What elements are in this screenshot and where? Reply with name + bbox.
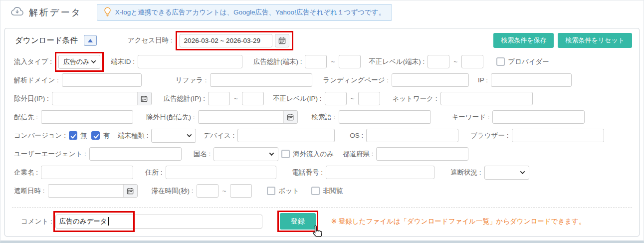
device-label: デバイス : bbox=[203, 131, 234, 140]
fraud-level-terminal-label: 不正レベル(端末) : bbox=[369, 57, 425, 66]
country-label: 国名 : bbox=[194, 150, 211, 159]
analysis-domain-label: 解析ドメイン : bbox=[14, 76, 59, 85]
landing-page-label: ランディングページ : bbox=[323, 76, 389, 85]
prefecture-input[interactable] bbox=[376, 147, 468, 161]
browser-input[interactable] bbox=[512, 129, 604, 142]
block-datetime-calendar-button[interactable] bbox=[123, 185, 137, 197]
terminal-type-select[interactable] bbox=[151, 129, 196, 143]
chevron-down-icon bbox=[520, 169, 525, 174]
save-conditions-button[interactable]: 検索条件を保存 bbox=[493, 33, 554, 48]
cloud-download-icon bbox=[10, 5, 24, 19]
exclude-date-ip-input[interactable] bbox=[52, 92, 152, 105]
phone-input[interactable] bbox=[326, 166, 434, 179]
hand-cursor-icon bbox=[311, 225, 323, 241]
block-datetime-label: 遮断日時 : bbox=[14, 187, 45, 196]
ip-input[interactable] bbox=[491, 73, 572, 87]
conversion-label: コンバージョン : bbox=[14, 131, 66, 140]
analysis-domain-input[interactable] bbox=[62, 73, 142, 87]
exclude-date-ip-calendar-button[interactable] bbox=[137, 92, 151, 105]
delivery-dest-label: 配信先 : bbox=[14, 113, 38, 122]
network-input[interactable] bbox=[440, 92, 533, 105]
os-input[interactable] bbox=[366, 129, 458, 142]
block-status-select[interactable] bbox=[484, 166, 529, 180]
calendar-icon bbox=[278, 37, 286, 44]
conversion-yes-checkbox[interactable] bbox=[91, 131, 100, 140]
user-agent-label: ユーザーエージェント : bbox=[14, 150, 86, 159]
comment-label: コメント : bbox=[21, 217, 52, 226]
triangle-up-icon bbox=[88, 39, 93, 42]
ip-label: IP : bbox=[478, 76, 488, 84]
ad-total-ip-min-input[interactable] bbox=[208, 92, 230, 105]
register-note: ※ 登録したファイルは「ダウンロードファイル一覧」からダウンロードできます。 bbox=[331, 217, 586, 226]
annotation-box-access-date: 2026-03-02 ~ 2026-03-29 bbox=[176, 31, 293, 50]
keyword-input[interactable] bbox=[492, 110, 585, 124]
provider-label: プロバイダー bbox=[508, 57, 549, 66]
range-separator: ~ bbox=[453, 58, 457, 65]
ad-total-ip-max-input[interactable] bbox=[242, 92, 264, 105]
delivery-dest-input[interactable] bbox=[41, 110, 133, 124]
bot-checkbox[interactable] bbox=[267, 187, 275, 195]
analysis-data-page: 解析データ X-logと連携できる広告アカウントは、Google広告、Yahoo… bbox=[0, 0, 644, 243]
company-label: 企業名 : bbox=[14, 168, 38, 177]
exclude-date-delivery-label: 除外日(配信先) : bbox=[146, 113, 195, 122]
range-separator: ~ bbox=[234, 95, 238, 102]
notice-text: X-logと連携できる広告アカウントは、Google広告、Yahoo!広告それぞ… bbox=[115, 8, 385, 17]
address-input[interactable] bbox=[166, 166, 276, 179]
stay-time-min-input[interactable] bbox=[197, 184, 218, 198]
exclude-date-delivery-calendar-button[interactable] bbox=[283, 111, 297, 123]
conversion-none-checkbox[interactable] bbox=[69, 131, 77, 140]
overseas-only-checkbox[interactable] bbox=[281, 150, 290, 158]
browser-label: ブラウザー : bbox=[470, 131, 508, 140]
form-row-7: 企業名 : 住所 : 電話番号 : 遮断状況 : bbox=[5, 163, 639, 182]
provider-checkbox[interactable] bbox=[496, 57, 505, 66]
referrer-input[interactable] bbox=[210, 73, 312, 87]
access-date-label: アクセス日時 : bbox=[128, 36, 173, 45]
chevron-down-icon bbox=[187, 132, 192, 137]
chevron-down-icon bbox=[91, 58, 96, 63]
os-label: OS : bbox=[350, 132, 363, 139]
fraud-level-ip-min-input[interactable] bbox=[325, 92, 347, 105]
calendar-icon bbox=[287, 114, 294, 121]
non-view-checkbox[interactable] bbox=[311, 187, 320, 195]
exclude-date-delivery-input[interactable] bbox=[198, 110, 298, 124]
form-row-1: 流入タイプ : 広告のみ 端末ID : 広告総計(端末) : ~ 不正レベル(端… bbox=[5, 52, 639, 71]
prefecture-label: 都道府県 : bbox=[343, 150, 374, 159]
access-date-calendar-button[interactable] bbox=[275, 34, 289, 47]
panel-header: ダウンロード条件 アクセス日時 : 2026-03-02 ~ 2026-03-2… bbox=[5, 28, 639, 52]
comment-input[interactable]: 広告のみデータ bbox=[55, 215, 262, 229]
reset-conditions-button[interactable]: 検索条件をリセット bbox=[558, 33, 632, 48]
ad-total-terminal-max-input[interactable] bbox=[339, 55, 361, 68]
fraud-level-terminal-max-input[interactable] bbox=[461, 55, 483, 68]
inflow-type-select[interactable]: 広告のみ bbox=[58, 55, 100, 69]
country-select[interactable] bbox=[214, 147, 278, 161]
text-caret bbox=[108, 217, 109, 226]
stay-time-max-input[interactable] bbox=[230, 184, 252, 198]
terminal-id-input[interactable] bbox=[138, 55, 242, 68]
referrer-label: リファラ : bbox=[176, 76, 207, 85]
chevron-down-icon bbox=[269, 151, 274, 156]
ad-total-terminal-min-input[interactable] bbox=[305, 55, 327, 68]
overseas-only-label: 海外流入のみ bbox=[293, 150, 334, 159]
annotation-box-register: 登録 bbox=[277, 211, 318, 232]
access-date-input[interactable]: 2026-03-02 ~ 2026-03-29 bbox=[180, 34, 272, 47]
download-conditions-panel: ダウンロード条件 アクセス日時 : 2026-03-02 ~ 2026-03-2… bbox=[4, 28, 640, 237]
device-input[interactable] bbox=[237, 129, 335, 142]
user-agent-input[interactable] bbox=[89, 147, 182, 161]
page-title: 解析データ bbox=[29, 6, 82, 18]
search-term-label: 検索語 : bbox=[312, 113, 336, 122]
inflow-type-label: 流入タイプ : bbox=[14, 57, 52, 66]
fraud-level-ip-max-input[interactable] bbox=[358, 92, 380, 105]
bot-label: ボット bbox=[278, 187, 299, 196]
exclude-date-ip-label: 除外日(IP) : bbox=[14, 94, 49, 103]
company-input[interactable] bbox=[41, 166, 133, 179]
stay-time-label: 滞在時間(秒) : bbox=[152, 187, 194, 196]
conversion-yes-label: 有 bbox=[103, 131, 110, 140]
form-row-3: 除外日(IP) : 広告総計(IP) : ~ 不正レベル(IP) : ~ bbox=[5, 89, 639, 108]
collapse-button[interactable] bbox=[84, 35, 97, 46]
form-row-8: 遮断日時 : 滞在時間(秒) : ~ ボット 非閲覧 bbox=[5, 182, 639, 200]
fraud-level-terminal-min-input[interactable] bbox=[428, 55, 449, 68]
search-term-input[interactable] bbox=[339, 110, 431, 124]
ad-total-ip-label: 広告総計(IP) : bbox=[164, 94, 205, 103]
keyword-label: キーワード : bbox=[452, 113, 490, 122]
landing-page-input[interactable] bbox=[392, 73, 469, 87]
